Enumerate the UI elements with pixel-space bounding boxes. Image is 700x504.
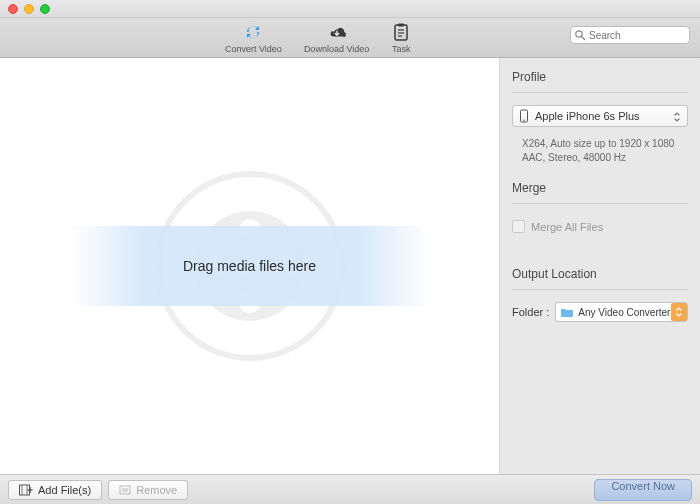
profile-value: Apple iPhone 6s Plus xyxy=(535,110,640,122)
profile-desc-line2: AAC, Stereo, 48000 Hz xyxy=(522,151,686,165)
svg-line-6 xyxy=(582,37,585,40)
folder-row: Folder : Any Video Converter xyxy=(512,302,688,322)
zoom-window-button[interactable] xyxy=(40,4,50,14)
merge-all-checkbox[interactable] xyxy=(512,220,525,233)
body: Drag media files here Profile Apple iPho… xyxy=(0,58,700,474)
search-icon xyxy=(574,29,586,41)
merge-section-title: Merge xyxy=(512,181,688,195)
cloud-download-icon xyxy=(327,22,347,42)
drop-band: Drag media files here xyxy=(70,226,430,306)
close-window-button[interactable] xyxy=(8,4,18,14)
footer: Add File(s) Remove Convert Now xyxy=(0,474,700,504)
divider xyxy=(512,203,688,204)
add-files-button[interactable]: Add File(s) xyxy=(8,480,102,500)
app-window: Convert Video Download Video Task xyxy=(0,0,700,504)
merge-all-checkbox-row[interactable]: Merge All Files xyxy=(512,216,688,237)
svg-rect-14 xyxy=(120,486,130,494)
search-input[interactable] xyxy=(570,26,690,44)
dropzone[interactable]: Drag media files here xyxy=(0,58,499,474)
task-label: Task xyxy=(392,44,411,54)
phone-icon xyxy=(519,109,529,123)
merge-all-label: Merge All Files xyxy=(531,221,603,233)
chevron-updown-icon xyxy=(671,303,687,321)
svg-point-8 xyxy=(523,119,525,121)
minimize-window-button[interactable] xyxy=(24,4,34,14)
divider xyxy=(512,92,688,93)
profile-section-title: Profile xyxy=(512,70,688,84)
folder-label: Folder : xyxy=(512,306,549,318)
remove-icon xyxy=(119,484,131,496)
profile-desc-line1: X264, Auto size up to 1920 x 1080 xyxy=(522,137,686,151)
sidebar: Profile Apple iPhone 6s Plus X264, Auto … xyxy=(500,58,700,474)
download-video-button[interactable]: Download Video xyxy=(304,22,369,54)
remove-button[interactable]: Remove xyxy=(108,480,188,500)
folder-select[interactable]: Any Video Converter xyxy=(555,302,688,322)
convert-video-label: Convert Video xyxy=(225,44,282,54)
folder-value: Any Video Converter xyxy=(578,307,671,318)
film-plus-icon xyxy=(19,484,33,496)
profile-description: X264, Auto size up to 1920 x 1080 AAC, S… xyxy=(512,133,688,167)
titlebar xyxy=(0,0,700,18)
convert-now-button[interactable]: Convert Now xyxy=(594,479,692,501)
window-controls xyxy=(8,4,50,14)
add-files-label: Add File(s) xyxy=(38,484,91,496)
toolbar: Convert Video Download Video Task xyxy=(0,18,700,58)
convert-now-label: Convert Now xyxy=(611,480,675,492)
folder-icon xyxy=(560,306,574,318)
convert-video-button[interactable]: Convert Video xyxy=(225,22,282,54)
profile-select[interactable]: Apple iPhone 6s Plus xyxy=(512,105,688,127)
chevron-updown-icon xyxy=(672,111,682,123)
toolbar-items: Convert Video Download Video Task xyxy=(225,22,411,54)
svg-rect-1 xyxy=(398,23,404,26)
refresh-icon xyxy=(243,22,263,42)
drop-text: Drag media files here xyxy=(183,258,316,274)
search-wrap xyxy=(570,26,690,44)
task-button[interactable]: Task xyxy=(391,22,411,54)
remove-label: Remove xyxy=(136,484,177,496)
download-video-label: Download Video xyxy=(304,44,369,54)
main-area: Drag media files here xyxy=(0,58,500,474)
clipboard-icon xyxy=(391,22,411,42)
divider xyxy=(512,289,688,290)
output-section-title: Output Location xyxy=(512,267,688,281)
